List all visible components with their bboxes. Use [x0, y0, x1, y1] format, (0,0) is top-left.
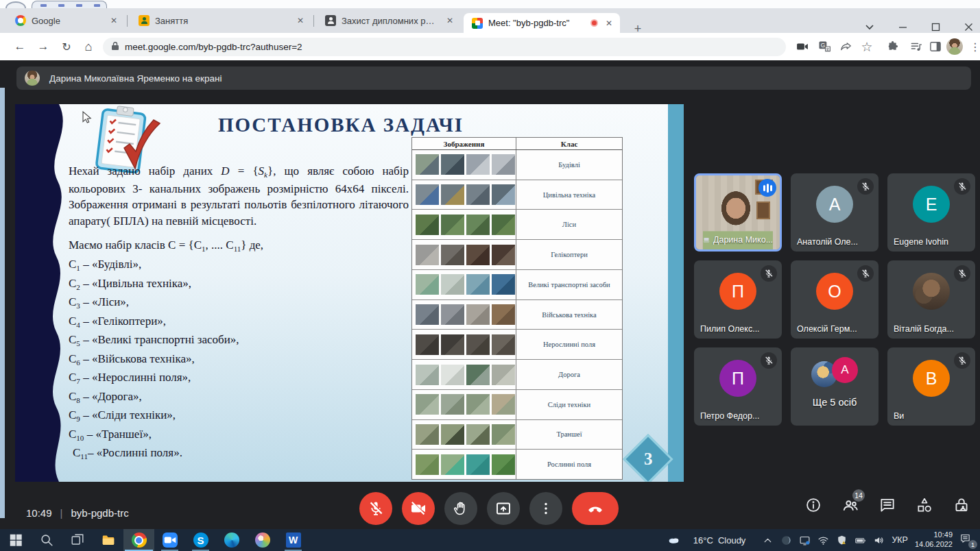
aerial-image-thumbnail — [441, 454, 464, 475]
language-indicator[interactable]: УКР — [892, 535, 908, 545]
participant-tile-2[interactable]: ААнатолій Оле... — [791, 173, 879, 252]
back-icon[interactable]: ← — [11, 38, 29, 56]
group-initial-avatar: A — [832, 357, 858, 383]
notification-badge: 1 — [968, 540, 977, 549]
taskbar-skype-icon[interactable]: S — [185, 529, 216, 551]
end-call-button[interactable] — [572, 492, 619, 525]
raise-hand-button[interactable] — [444, 492, 477, 525]
slide-title: ПОСТАНОВКА ЗАДАЧІ — [180, 114, 502, 136]
browser-menu-icon[interactable]: ⋮ — [967, 38, 980, 55]
chat-icon[interactable] — [879, 496, 896, 514]
participant-tile-6[interactable]: Віталій Богда... — [887, 260, 975, 339]
camera-in-use-icon[interactable] — [794, 38, 811, 55]
browser-toolbar: ← → ↻ ⌂ meet.google.com/byb-pgdb-trc?aut… — [0, 33, 980, 60]
security-shield-icon[interactable] — [836, 535, 848, 546]
close-icon[interactable] — [961, 19, 976, 34]
tab-1[interactable]: Google✕ — [7, 8, 125, 33]
participant-tile-8[interactable]: AЩе 5 осіб — [791, 347, 879, 426]
remote-desktop-icon[interactable] — [799, 535, 811, 546]
taskbar-start-icon[interactable] — [0, 529, 31, 551]
forward-icon[interactable]: → — [34, 38, 52, 56]
more-options-button[interactable] — [529, 492, 562, 525]
extensions-icon[interactable] — [885, 38, 901, 55]
tab-close-icon[interactable]: ✕ — [603, 18, 614, 29]
tab-2[interactable]: Заняття✕ — [130, 8, 311, 33]
screen: Google✕Заняття✕Захист дипломних робіт ОС… — [0, 0, 980, 551]
taskbar-paint-icon[interactable] — [247, 529, 278, 551]
presenting-banner-text: Дарина Миколаївна Яременко на екрані — [49, 73, 222, 84]
table-row: Дорога — [412, 360, 622, 390]
aerial-image-thumbnail — [416, 454, 439, 475]
mic-muted-icon — [761, 352, 777, 369]
taskbar-task-view-icon[interactable] — [62, 529, 93, 551]
taskbar-chrome-icon[interactable] — [123, 529, 154, 551]
svg-text:G: G — [821, 42, 825, 49]
mic-off-button[interactable] — [359, 492, 392, 525]
participant-avatar: П — [719, 360, 756, 397]
class-item-6: C6 – «Військова техніка», — [69, 352, 239, 371]
participant-tile-3[interactable]: EEugene Ivohin — [887, 173, 975, 252]
system-tray: 16°CCloudyУКР10:4914.06.20221 — [668, 529, 980, 551]
minimize-icon[interactable] — [895, 19, 910, 34]
activities-icon[interactable] — [916, 496, 933, 514]
translate-icon[interactable]: G — [816, 38, 833, 55]
taskbar-zoom-icon[interactable] — [154, 529, 185, 551]
maximize-icon[interactable] — [928, 19, 943, 34]
wifi-icon[interactable] — [817, 535, 829, 546]
participant-name: Віталій Богда... — [894, 324, 969, 334]
table-row: Гелікоптери — [412, 240, 622, 270]
mouse-cursor — [82, 111, 93, 125]
tab-close-icon[interactable]: ✕ — [444, 15, 455, 26]
home-icon[interactable]: ⌂ — [80, 38, 97, 56]
image-thumbnails — [412, 360, 516, 389]
aerial-image-thumbnail — [416, 154, 439, 175]
tab-close-icon[interactable]: ✕ — [108, 15, 119, 26]
reload-icon[interactable]: ↻ — [58, 38, 75, 56]
audio-bar — [763, 185, 765, 191]
camera-off-button[interactable] — [402, 492, 435, 525]
hidden-icons-chevron-icon[interactable] — [762, 535, 774, 546]
toolbar-fragment-icon — [76, 4, 82, 7]
taskbar-word-icon[interactable]: W — [278, 529, 309, 551]
participant-tile-1[interactable]: Дарина Мико... — [694, 173, 782, 252]
aerial-image-thumbnail — [492, 245, 515, 265]
taskbar-file-explorer-icon[interactable] — [93, 529, 123, 551]
address-bar[interactable]: meet.google.com/byb-pgdb-trc?authuser=2 — [103, 38, 786, 56]
action-center-icon[interactable]: 1 — [959, 532, 975, 548]
volume-icon[interactable] — [873, 535, 885, 546]
class-item-3: C3 – «Ліси», — [69, 295, 239, 315]
meeting-clock: 10:49 — [26, 507, 52, 519]
participant-tile-7[interactable]: ППетро Федор... — [694, 347, 782, 426]
host-controls-icon[interactable] — [953, 496, 970, 514]
meet-window: Дарина Миколаївна Яременко на екрані — [0, 60, 980, 529]
aerial-image-thumbnail — [466, 245, 490, 265]
info-icon[interactable] — [804, 496, 822, 514]
profile-avatar[interactable] — [946, 38, 963, 55]
meeting-code[interactable]: byb-pgdb-trc — [71, 507, 128, 519]
tab-3[interactable]: Захист дипломних робіт ОС "Ба✕ — [317, 8, 461, 33]
participant-tile-5[interactable]: ООлексій Герм... — [791, 260, 879, 339]
participants-icon[interactable]: 14 — [841, 496, 859, 514]
taskbar-search-icon[interactable] — [31, 529, 62, 551]
taskbar-edge-icon[interactable] — [216, 529, 247, 551]
slide-dataset-table: Зображення Клас БудівліЦивільна технікаЛ… — [411, 137, 623, 480]
tab-4[interactable]: Meet: "byb-pgdb-trc"✕ — [464, 13, 620, 33]
aerial-image-thumbnail — [492, 334, 515, 355]
tab-search-chevron-icon[interactable] — [862, 19, 877, 34]
tab-close-icon[interactable]: ✕ — [295, 15, 306, 26]
audio-level-indicator-icon — [758, 179, 776, 197]
aerial-image-thumbnail — [441, 424, 464, 445]
present-screen-button[interactable] — [487, 492, 520, 525]
side-panel-icon[interactable] — [927, 38, 944, 55]
onedrive-icon[interactable] — [780, 535, 792, 546]
share-icon[interactable] — [838, 38, 854, 55]
weather-temperature: 16°C — [693, 535, 713, 546]
table-row: Великі транспортні засоби — [412, 270, 622, 300]
participant-tile-9[interactable]: ВВи — [887, 347, 975, 426]
battery-icon[interactable] — [854, 535, 866, 546]
bookmark-star-icon[interactable]: ☆ — [859, 38, 875, 55]
weather-widget[interactable]: 16°CCloudy — [668, 534, 746, 547]
participant-tile-4[interactable]: ППилип Олекс... — [694, 260, 782, 339]
taskbar-clock[interactable]: 10:4914.06.2022 — [915, 530, 953, 550]
media-controls-icon[interactable] — [908, 38, 924, 55]
